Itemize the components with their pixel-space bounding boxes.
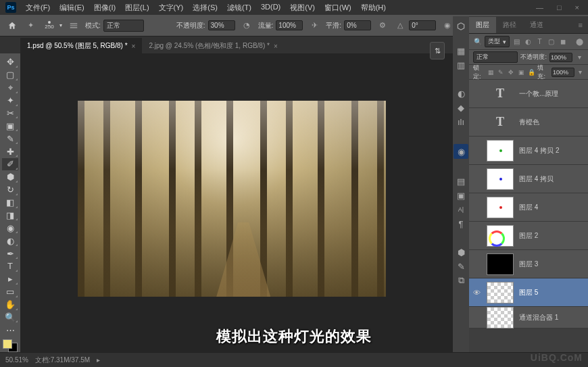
- blend-mode-select[interactable]: 正常: [103, 20, 144, 32]
- opacity-input[interactable]: [208, 20, 235, 30]
- blend-mode-select[interactable]: 正常: [473, 51, 518, 63]
- histogram-panel-icon[interactable]: ılı: [455, 116, 467, 128]
- close-tab-icon[interactable]: ×: [132, 43, 136, 50]
- layer-thumbnail[interactable]: T: [487, 83, 514, 105]
- opacity-dropdown-icon[interactable]: ▾: [575, 53, 584, 62]
- brush-settings-icon[interactable]: [68, 20, 80, 32]
- layer-name[interactable]: 青橙色: [519, 118, 539, 127]
- visibility-toggle[interactable]: [472, 174, 481, 184]
- zoom-level[interactable]: 50.51%: [5, 356, 28, 364]
- navigator-panel-icon[interactable]: ◉: [454, 144, 468, 159]
- menu-filter[interactable]: 滤镜(T): [223, 1, 255, 15]
- move-tool[interactable]: ✥: [2, 56, 18, 68]
- brush-preset-picker[interactable]: 250 ▾: [42, 19, 62, 32]
- close-tab-icon[interactable]: ×: [274, 43, 278, 50]
- visibility-toggle[interactable]: [472, 118, 481, 127]
- layer-name[interactable]: 通道混合器 1: [519, 313, 558, 322]
- document-tab-1[interactable]: 1.psd @ 50.5% (图层 5, RGB/8) *×: [20, 38, 142, 53]
- layer-name[interactable]: 图层 4: [519, 203, 538, 212]
- layer-thumbnail[interactable]: T: [487, 112, 514, 133]
- layer-name[interactable]: 图层 4 拷贝: [519, 174, 554, 184]
- swatches-panel-icon[interactable]: ▥: [455, 59, 467, 71]
- layer-thumbnail[interactable]: [487, 140, 514, 162]
- gradient-tool[interactable]: ◨: [2, 210, 18, 222]
- menu-3d[interactable]: 3D(D): [257, 1, 285, 15]
- layer-thumbnail[interactable]: [487, 225, 514, 247]
- adjustments-panel-icon[interactable]: ◐: [455, 87, 467, 99]
- zoom-tool[interactable]: 🔍: [2, 312, 18, 324]
- fill-input[interactable]: [552, 68, 574, 77]
- history-brush-tool[interactable]: ↻: [2, 184, 18, 196]
- menu-view[interactable]: 视图(V): [286, 1, 319, 15]
- brushes-panel-icon[interactable]: ⬢: [455, 246, 467, 258]
- filter-toggle-icon[interactable]: ⇅: [430, 42, 445, 59]
- filter-shape-icon[interactable]: ▢: [547, 37, 556, 46]
- layer-row[interactable]: 图层 4 拷贝: [469, 165, 588, 193]
- layers-tab[interactable]: 图层: [469, 17, 496, 33]
- layer-thumbnail[interactable]: [487, 197, 514, 218]
- fill-dropdown-icon[interactable]: ▾: [577, 68, 584, 76]
- lock-artboard-icon[interactable]: ▣: [517, 68, 525, 77]
- crop-tool[interactable]: ✂: [2, 107, 18, 120]
- layer-thumbnail[interactable]: [487, 282, 514, 303]
- maximize-button[interactable]: □: [554, 2, 565, 13]
- layer-row[interactable]: 图层 2: [469, 222, 588, 250]
- clone-source-panel-icon[interactable]: ⧉: [455, 274, 467, 287]
- layer-thumbnail[interactable]: [487, 168, 514, 190]
- document-info[interactable]: 文档:7.31M/37.5M: [35, 356, 90, 365]
- menu-window[interactable]: 窗口(W): [320, 1, 356, 15]
- visibility-toggle[interactable]: [472, 89, 481, 99]
- layer-row[interactable]: T青橙色: [469, 108, 588, 137]
- stamp-tool[interactable]: ⬢: [2, 171, 18, 183]
- home-icon[interactable]: [5, 19, 19, 32]
- layer-row[interactable]: 图层 4 拷贝 2: [469, 137, 588, 165]
- menu-image[interactable]: 图像(I): [90, 1, 120, 15]
- visibility-toggle[interactable]: [472, 313, 481, 322]
- lock-all-icon[interactable]: 🔒: [527, 68, 535, 77]
- character-panel-icon[interactable]: A|: [455, 203, 467, 216]
- lasso-tool[interactable]: ⌖: [2, 82, 18, 94]
- quick-select-tool[interactable]: ✦: [2, 95, 18, 107]
- lock-position-icon[interactable]: ✥: [507, 68, 515, 77]
- canvas[interactable]: [78, 101, 386, 297]
- layer-row[interactable]: 图层 4: [469, 193, 588, 222]
- status-arrow-icon[interactable]: ▸: [97, 356, 100, 364]
- layer-name[interactable]: 一个教...原理: [519, 89, 558, 99]
- filter-adjust-icon[interactable]: ◐: [524, 37, 533, 46]
- blur-tool[interactable]: ◉: [2, 222, 18, 234]
- edit-toolbar[interactable]: ⋯: [2, 324, 18, 336]
- color-panel-icon[interactable]: ▦: [455, 45, 467, 57]
- type-tool[interactable]: T: [2, 260, 18, 272]
- paragraph-panel-icon[interactable]: ¶: [455, 218, 467, 230]
- layer-row[interactable]: 通道混合器 1: [469, 307, 588, 328]
- visibility-toggle[interactable]: [472, 203, 481, 212]
- styles-panel-icon[interactable]: ◆: [455, 101, 467, 114]
- menu-edit[interactable]: 编辑(E): [55, 1, 89, 15]
- layer-name[interactable]: 图层 3: [519, 260, 538, 269]
- layer-thumbnail[interactable]: [487, 253, 514, 275]
- hand-tool[interactable]: ✋: [2, 299, 18, 311]
- menu-select[interactable]: 选择(S): [189, 1, 222, 15]
- layer-row[interactable]: 👁图层 5: [469, 278, 588, 307]
- libraries-panel-icon[interactable]: ▤: [455, 175, 467, 187]
- panel-menu-icon[interactable]: ≡: [573, 18, 588, 32]
- healing-tool[interactable]: ✚: [2, 145, 18, 157]
- menu-help[interactable]: 帮助(H): [357, 1, 390, 15]
- brush-tool[interactable]: ✐: [2, 158, 18, 170]
- path-select-tool[interactable]: ▸: [2, 273, 18, 285]
- frame-tool[interactable]: ▣: [2, 120, 18, 132]
- layer-name[interactable]: 图层 5: [519, 288, 538, 297]
- paths-tab[interactable]: 路径: [496, 17, 523, 33]
- layer-name[interactable]: 图层 4 拷贝 2: [519, 146, 559, 155]
- visibility-toggle[interactable]: [472, 146, 481, 155]
- menu-layer[interactable]: 图层(L): [121, 1, 153, 15]
- layer-row[interactable]: T一个教...原理: [469, 80, 588, 108]
- color-swatches[interactable]: [3, 339, 18, 352]
- cube-3d-icon[interactable]: [455, 20, 467, 32]
- close-button[interactable]: ×: [572, 2, 583, 13]
- filter-smart-icon[interactable]: ◼: [558, 37, 567, 46]
- pressure-opacity-icon[interactable]: ◔: [241, 20, 253, 32]
- properties-panel-icon[interactable]: ▣: [455, 189, 467, 201]
- airbrush-icon[interactable]: ✈: [308, 20, 320, 32]
- filter-pixel-icon[interactable]: ▤: [512, 37, 521, 46]
